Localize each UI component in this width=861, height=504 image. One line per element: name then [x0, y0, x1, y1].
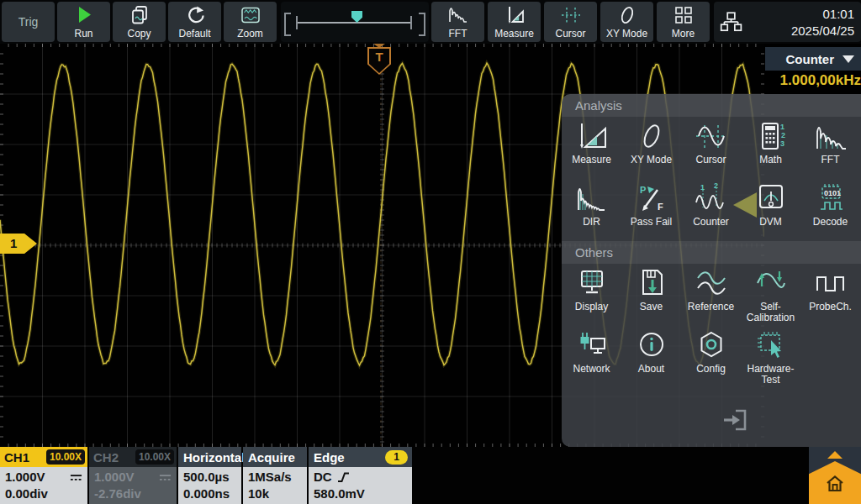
xy-mode-button[interactable]: XY Mode: [600, 2, 653, 42]
acquire-panel[interactable]: Acquire 1MSa/s 10k: [243, 447, 307, 504]
xy-mode-icon: [633, 120, 670, 154]
run-button[interactable]: Run: [57, 2, 110, 42]
about-info-icon: [633, 329, 670, 363]
date-text: 2025/04/25: [791, 23, 854, 39]
xy-mode-label: XY Mode: [606, 28, 647, 42]
ch2-offset: -2.76div: [94, 486, 177, 502]
network-status-icon[interactable]: [719, 10, 742, 34]
copy-icon: [129, 4, 151, 26]
menu-item-hardware-test[interactable]: Hardware-Test: [741, 326, 800, 388]
menu-item-save[interactable]: Save: [621, 264, 681, 326]
ch1-header: CH1 10.00X: [0, 447, 87, 467]
config-gear-icon: [693, 329, 730, 363]
trigger-panel[interactable]: Edge 1 DC 580.0mV: [309, 447, 412, 504]
pass-fail-icon: P F: [633, 182, 670, 216]
chevron-down-icon: [843, 55, 854, 63]
fft-button[interactable]: FFT: [431, 2, 484, 42]
default-reset-icon: [184, 4, 206, 26]
slider-position-marker[interactable]: [351, 11, 362, 23]
menu-item-decode[interactable]: 0101 Decode: [800, 179, 860, 241]
ch1-panel[interactable]: CH1 10.00X 1.000V 0.00div: [0, 447, 87, 504]
dir-icon: [573, 182, 610, 216]
sample-rate-value: 1MSa/s: [248, 469, 307, 486]
menu-item-cursor[interactable]: Cursor: [681, 117, 741, 179]
svg-text:2: 2: [781, 131, 785, 139]
svg-text:P: P: [640, 185, 646, 195]
fft-label: FFT: [449, 28, 467, 42]
ch2-probe-ratio: 10.00X: [135, 449, 174, 465]
svg-text:3: 3: [780, 139, 784, 148]
menu-item-self-calibration[interactable]: Self-Calibration: [741, 264, 800, 326]
cursor-icon: [693, 120, 730, 154]
counter-dropdown[interactable]: Counter: [765, 47, 861, 71]
more-grid-icon: [673, 4, 695, 26]
dvm-icon: [753, 182, 790, 216]
menu-item-xy-mode[interactable]: XY Mode: [621, 117, 681, 179]
menu-item-math[interactable]: 1 2 3 Math: [741, 117, 800, 179]
menu-item-display[interactable]: Display: [562, 264, 621, 326]
menu-item-fft[interactable]: FFT: [800, 117, 860, 179]
dc-coupling-icon: [70, 473, 82, 481]
rising-edge-icon: [336, 470, 351, 484]
zoom-waveform-icon: [240, 4, 261, 26]
horizontal-readout: 500.0µs 0.000ns: [178, 467, 241, 504]
menu-item-probech[interactable]: ProbeCh.: [800, 264, 860, 326]
ch1-probe-ratio: 10.00X: [46, 449, 85, 465]
acquire-header: Acquire: [243, 447, 307, 467]
default-button[interactable]: Default: [168, 2, 221, 42]
trig-label: Trig: [18, 16, 39, 29]
copy-label: Copy: [127, 28, 151, 42]
zoom-button[interactable]: Zoom: [224, 2, 277, 42]
memory-depth-value: 10k: [248, 486, 307, 502]
fft-icon: [447, 4, 469, 26]
xy-mode-icon: [616, 4, 638, 26]
ch2-volts: 1.000V: [94, 469, 135, 486]
slider-track: [298, 22, 410, 24]
dc-coupling-icon: [159, 473, 172, 481]
trig-button[interactable]: Trig: [2, 2, 55, 42]
bottom-status-bar: CH1 10.00X 1.000V 0.00div CH2 10.00X 1.0…: [0, 447, 861, 504]
menu-item-counter[interactable]: 1 2 Counter: [681, 179, 741, 241]
ch2-readout: 1.000V -2.76div: [89, 467, 177, 504]
menu-item-network[interactable]: Network: [562, 326, 621, 388]
hardware-test-icon: [753, 329, 790, 363]
decode-icon: 0101: [812, 182, 849, 216]
status-area: 01:01 2025/04/25: [714, 2, 861, 42]
horizontal-header: Horizontal: [178, 447, 241, 467]
main-menu-popup: Analysis Measure XY Mode: [562, 94, 861, 447]
horizontal-panel[interactable]: Horizontal 500.0µs 0.000ns: [178, 447, 241, 504]
svg-text:1: 1: [700, 183, 705, 192]
menu-item-measure[interactable]: Measure: [562, 117, 621, 179]
analysis-row-2: DIR P F Pass Fail 1 2 Counter: [562, 179, 861, 241]
others-row-2: Network About Config: [562, 326, 861, 388]
copy-button[interactable]: Copy: [113, 2, 166, 42]
home-button[interactable]: [809, 447, 861, 504]
menu-collapse-button[interactable]: [720, 407, 750, 433]
slider-right-tick: [410, 16, 412, 29]
acquire-label: Acquire: [248, 450, 295, 465]
menu-item-about[interactable]: About: [621, 326, 681, 388]
menu-item-config[interactable]: Config: [681, 326, 741, 388]
ch2-header: CH2 10.00X: [89, 447, 177, 467]
run-play-icon: [73, 4, 95, 26]
chevron-up-icon: [827, 451, 843, 459]
ch2-panel[interactable]: CH2 10.00X 1.000V -2.76div: [89, 447, 177, 504]
arrow-into-bracket-icon: [720, 407, 750, 433]
trigger-marker-letter: T: [367, 50, 391, 64]
reference-icon: [693, 267, 730, 301]
cursor-button[interactable]: Cursor: [544, 2, 597, 42]
horizontal-position-slider[interactable]: [281, 2, 429, 42]
acquire-readout: 1MSa/s 10k: [243, 467, 307, 504]
trigger-type-label: Edge: [314, 450, 345, 465]
measure-button[interactable]: Measure: [488, 2, 541, 42]
menu-item-pass-fail[interactable]: P F Pass Fail: [621, 179, 681, 241]
timebase-value: 500.0µs: [183, 469, 241, 486]
default-label: Default: [178, 28, 210, 42]
menu-item-dir[interactable]: DIR: [562, 179, 621, 241]
menu-item-reference[interactable]: Reference: [681, 264, 741, 326]
more-button[interactable]: More: [657, 2, 710, 42]
analysis-title: Analysis: [575, 98, 622, 113]
others-title: Others: [575, 245, 613, 260]
menu-spacer: [800, 326, 860, 388]
zoom-label: Zoom: [237, 28, 263, 42]
